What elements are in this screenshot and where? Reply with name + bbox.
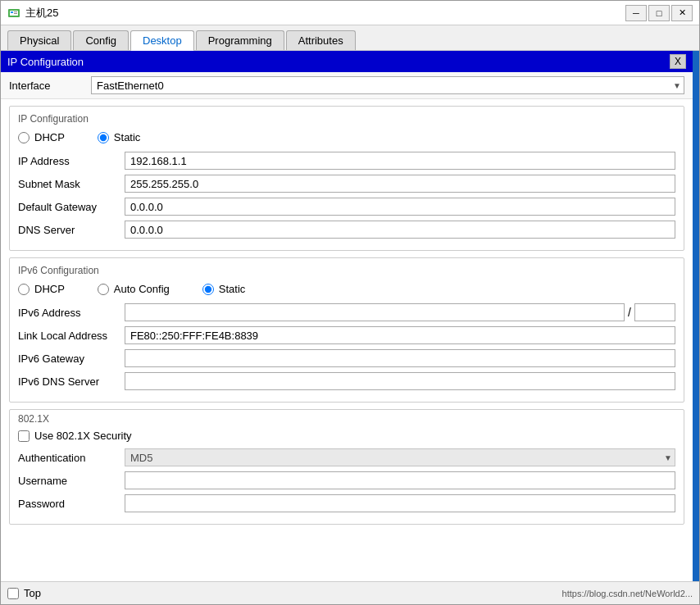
auth-label: Authentication: [18, 452, 125, 464]
ipv6-addr-row: /: [125, 303, 675, 321]
ipv6-radio-row: DHCP Auto Config Static: [18, 283, 675, 295]
ipv6-auto-label: Auto Config: [114, 283, 170, 295]
interface-select[interactable]: FastEthernet0: [91, 76, 684, 94]
ipv6-static-radio[interactable]: [202, 284, 214, 295]
ipv6-static-label: Static: [219, 283, 246, 295]
ipv6-gateway-row: IPv6 Gateway: [18, 349, 675, 367]
tab-bar: Physical Config Desktop Programming Attr…: [1, 25, 699, 51]
ipv6-dhcp-radio[interactable]: [18, 284, 30, 295]
title-bar: 主机25 ─ □ ✕: [1, 1, 699, 25]
ip-address-label: IP Address: [18, 155, 125, 167]
ipv4-section-title: IP Configuration: [18, 113, 675, 125]
title-bar-buttons: ─ □ ✕: [625, 5, 693, 21]
link-local-input[interactable]: [125, 326, 675, 344]
link-local-label: Link Local Address: [18, 330, 125, 342]
ipv6-dns-input[interactable]: [125, 372, 675, 390]
tab-config[interactable]: Config: [73, 30, 129, 50]
top-label: Top: [24, 587, 41, 599]
ipv6-dns-row: IPv6 DNS Server: [18, 372, 675, 390]
password-label: Password: [18, 498, 125, 510]
ip-config-header-bar: IP Configuration X: [1, 51, 693, 72]
dhcp-radio[interactable]: [18, 132, 30, 143]
dns-server-label: DNS Server: [18, 224, 125, 236]
bottom-left: Top: [7, 587, 41, 599]
ip-config-close-button[interactable]: X: [670, 54, 686, 69]
dns-server-input[interactable]: [125, 221, 675, 239]
ipv6-address-label: IPv6 Address: [18, 307, 125, 319]
main-window: 主机25 ─ □ ✕ Physical Config Desktop Progr…: [0, 0, 700, 605]
maximize-button[interactable]: □: [648, 5, 670, 21]
default-gateway-label: Default Gateway: [18, 201, 125, 213]
auth-select-wrapper: MD5 ▼: [125, 448, 675, 466]
window-title: 主机25: [25, 6, 58, 20]
auth-select[interactable]: MD5: [125, 448, 675, 466]
ipv6-slash-separator: /: [628, 306, 631, 319]
default-gateway-row: Default Gateway: [18, 198, 675, 216]
dhcp-radio-item[interactable]: DHCP: [18, 131, 65, 143]
static-label: Static: [114, 131, 141, 143]
top-checkbox[interactable]: [7, 588, 19, 599]
default-gateway-input[interactable]: [125, 198, 675, 216]
ip-config-title: IP Configuration: [7, 56, 84, 68]
ipv6-address-row: IPv6 Address /: [18, 303, 675, 321]
bottom-bar: Top https://blog.csdn.net/NeWorld2...: [1, 581, 699, 604]
ipv6-address-input[interactable]: [125, 303, 625, 321]
interface-select-wrapper: FastEthernet0 ▼: [91, 76, 684, 94]
form-area: IP Configuration DHCP Static IP Address: [1, 99, 693, 581]
section-802x-title: 802.1X: [18, 413, 675, 425]
use-802x-label: Use 802.1X Security: [34, 430, 132, 442]
subnet-mask-input[interactable]: [125, 175, 675, 193]
subnet-mask-row: Subnet Mask: [18, 175, 675, 193]
password-row: Password: [18, 494, 675, 512]
tab-attributes[interactable]: Attributes: [286, 30, 356, 50]
use-802x-checkbox[interactable]: [18, 430, 30, 442]
close-button[interactable]: ✕: [671, 5, 693, 21]
dns-server-row: DNS Server: [18, 221, 675, 239]
ipv6-auto-radio-item[interactable]: Auto Config: [98, 283, 170, 295]
tab-desktop[interactable]: Desktop: [130, 30, 194, 51]
static-radio[interactable]: [98, 132, 109, 143]
interface-row: Interface FastEthernet0 ▼: [1, 72, 693, 99]
ip-address-input[interactable]: [125, 152, 675, 170]
section-802x: 802.1X Use 802.1X Security Authenticatio…: [9, 409, 684, 525]
ipv6-auto-radio[interactable]: [98, 284, 109, 295]
username-input[interactable]: [125, 471, 675, 489]
subnet-mask-label: Subnet Mask: [18, 178, 125, 190]
svg-rect-4: [14, 13, 17, 14]
tab-programming[interactable]: Programming: [196, 30, 284, 50]
ipv6-section-title: IPv6 Configuration: [18, 265, 675, 276]
window-icon: [7, 7, 20, 20]
tab-physical[interactable]: Physical: [7, 30, 71, 50]
auth-row: Authentication MD5 ▼: [18, 448, 675, 466]
ip-address-row: IP Address: [18, 152, 675, 170]
minimize-button[interactable]: ─: [625, 5, 647, 21]
username-label: Username: [18, 475, 125, 487]
link-local-row: Link Local Address: [18, 326, 675, 344]
title-bar-left: 主机25: [7, 6, 58, 20]
ipv6-dhcp-label: DHCP: [34, 283, 65, 295]
ipv6-section: IPv6 Configuration DHCP Auto Config: [9, 257, 684, 403]
svg-rect-2: [11, 11, 13, 13]
interface-label: Interface: [9, 80, 91, 92]
ipv4-radio-row: DHCP Static: [18, 131, 675, 143]
ipv6-dhcp-radio-item[interactable]: DHCP: [18, 283, 65, 295]
ipv4-section: IP Configuration DHCP Static IP Address: [9, 106, 684, 251]
content-area: IP Configuration X Interface FastEtherne…: [1, 51, 693, 581]
ipv6-dns-label: IPv6 DNS Server: [18, 375, 125, 388]
ipv6-gateway-input[interactable]: [125, 349, 675, 367]
static-radio-item[interactable]: Static: [98, 131, 141, 143]
ipv6-prefix-input[interactable]: [634, 303, 675, 321]
bottom-url: https://blog.csdn.net/NeWorld2...: [562, 589, 693, 598]
ipv6-gateway-label: IPv6 Gateway: [18, 353, 125, 365]
dhcp-label: DHCP: [34, 131, 65, 143]
password-input[interactable]: [125, 494, 675, 512]
username-row: Username: [18, 471, 675, 489]
svg-rect-3: [14, 11, 17, 12]
right-accent-bar: [693, 51, 699, 581]
ipv6-static-radio-item[interactable]: Static: [202, 283, 246, 295]
use-802x-row: Use 802.1X Security: [18, 430, 675, 442]
